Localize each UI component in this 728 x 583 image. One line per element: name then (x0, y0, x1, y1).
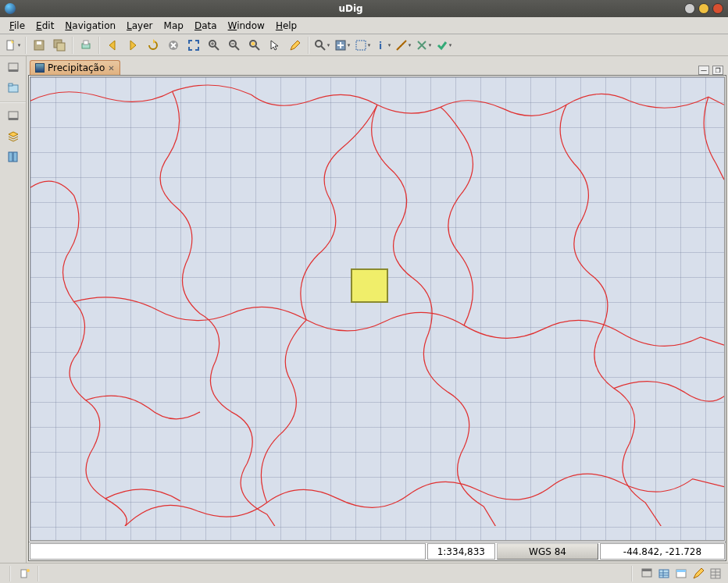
svg-rect-30 (13, 152, 17, 162)
svg-rect-29 (9, 152, 12, 162)
svg-line-16 (255, 46, 259, 50)
info-tool-button[interactable]: i (373, 36, 392, 55)
editor-tabs: Precipitação ✕ — ❐ (28, 58, 726, 75)
search-tool-button[interactable] (312, 36, 331, 55)
svg-rect-31 (21, 570, 27, 578)
svg-rect-2 (37, 41, 41, 44)
menu-file[interactable]: File (5, 19, 30, 33)
properties-view-button[interactable] (708, 566, 723, 581)
cursor-tool-button[interactable] (266, 36, 284, 55)
map-statusbar: 1:334,833 WGS 84 -44.842, -21.728 (29, 542, 726, 560)
close-tab-button[interactable]: ✕ (108, 64, 114, 73)
coordinates-readout: -44.842, -21.728 (600, 543, 725, 560)
svg-rect-24 (9, 69, 18, 72)
map-canvas[interactable] (30, 76, 725, 541)
maximize-editor-button[interactable]: ❐ (712, 66, 723, 75)
nav-cancel-button[interactable] (164, 36, 183, 55)
crs-button[interactable]: WGS 84 (497, 543, 598, 560)
zoom-selection-button[interactable] (245, 36, 264, 55)
minimize-view-button[interactable] (5, 59, 22, 76)
measure-tool-button[interactable] (394, 36, 412, 55)
select-tool-button[interactable] (353, 36, 372, 55)
outline-view-button[interactable] (673, 566, 689, 581)
side-separator (0, 101, 26, 103)
svg-text:i: i (379, 41, 382, 52)
commit-button[interactable] (434, 36, 453, 55)
catalog-view-button[interactable] (5, 148, 22, 165)
toolbar-separator (98, 37, 100, 54)
zoom-out-button[interactable] (225, 36, 244, 55)
wizard-button[interactable] (17, 566, 33, 581)
trim-separator (9, 566, 11, 581)
svg-rect-35 (659, 570, 669, 578)
projects-view-button[interactable] (5, 80, 22, 97)
minimize-editor-button[interactable]: — (698, 66, 709, 75)
menu-layer[interactable]: Layer (122, 19, 157, 33)
window-minimize-button[interactable] (684, 3, 695, 14)
svg-point-32 (27, 569, 30, 572)
svg-rect-21 (356, 41, 366, 50)
bottom-trim-bar (0, 563, 728, 583)
map-tab-icon (35, 63, 45, 73)
menubar: File Edit Navigation Layer Map Data Wind… (0, 17, 728, 34)
selection-marker (351, 268, 388, 303)
app-icon (5, 3, 16, 14)
editor-area: Precipitação ✕ — ❐ (27, 56, 728, 563)
svg-rect-26 (9, 84, 12, 86)
save-button[interactable] (30, 36, 48, 55)
toolbar-separator (25, 37, 27, 54)
tab-label: Precipitação (48, 62, 105, 73)
window-maximize-button[interactable] (698, 3, 709, 14)
split-tool-button[interactable] (414, 36, 433, 55)
tab-precipitacao[interactable]: Precipitação ✕ (30, 60, 120, 75)
window-title: uDig (20, 3, 681, 14)
window-close-button[interactable] (712, 3, 723, 14)
svg-line-19 (321, 46, 325, 50)
main-toolbar: i (0, 34, 728, 56)
svg-rect-28 (9, 118, 18, 120)
new-button[interactable] (3, 36, 22, 55)
menu-window[interactable]: Window (223, 19, 269, 33)
svg-rect-6 (84, 41, 88, 44)
svg-rect-4 (57, 43, 65, 51)
nav-refresh-button[interactable] (144, 36, 162, 55)
edit-tool-button[interactable] (286, 36, 305, 55)
nav-back-button[interactable] (103, 36, 122, 55)
left-views-panel (0, 56, 27, 563)
trim-separator (631, 566, 633, 581)
menu-data[interactable]: Data (190, 19, 222, 33)
svg-rect-34 (642, 569, 651, 571)
restore-view-button[interactable] (639, 566, 655, 581)
menu-map[interactable]: Map (159, 19, 188, 33)
save-all-button[interactable] (50, 36, 69, 55)
toolbar-separator (72, 37, 73, 54)
print-button[interactable] (77, 36, 95, 55)
style-view-button[interactable] (691, 566, 706, 581)
svg-line-9 (215, 46, 219, 50)
map-view: 1:334,833 WGS 84 -44.842, -21.728 (28, 75, 726, 561)
work-area: Precipitação ✕ — ❐ (0, 56, 728, 563)
pan-tool-button[interactable] (333, 36, 352, 55)
zoom-in-button[interactable] (205, 36, 223, 55)
trim-separator (37, 566, 39, 581)
menu-edit[interactable]: Edit (31, 19, 59, 33)
toolbar-separator (308, 37, 309, 54)
svg-point-18 (316, 41, 322, 47)
layers-view-button[interactable] (5, 128, 22, 145)
svg-rect-17 (252, 42, 255, 45)
svg-line-13 (235, 46, 239, 50)
zoom-extent-button[interactable] (184, 36, 203, 55)
window-titlebar: uDig (0, 0, 728, 17)
menu-navigation[interactable]: Navigation (60, 19, 120, 33)
minimize-view-button-2[interactable] (5, 108, 22, 125)
scale-field[interactable]: 1:334,833 (427, 543, 495, 560)
nav-forward-button[interactable] (123, 36, 142, 55)
status-spacer (30, 543, 426, 560)
svg-rect-40 (676, 570, 686, 572)
table-view-button[interactable] (656, 566, 672, 581)
menu-help[interactable]: Help (271, 19, 302, 33)
